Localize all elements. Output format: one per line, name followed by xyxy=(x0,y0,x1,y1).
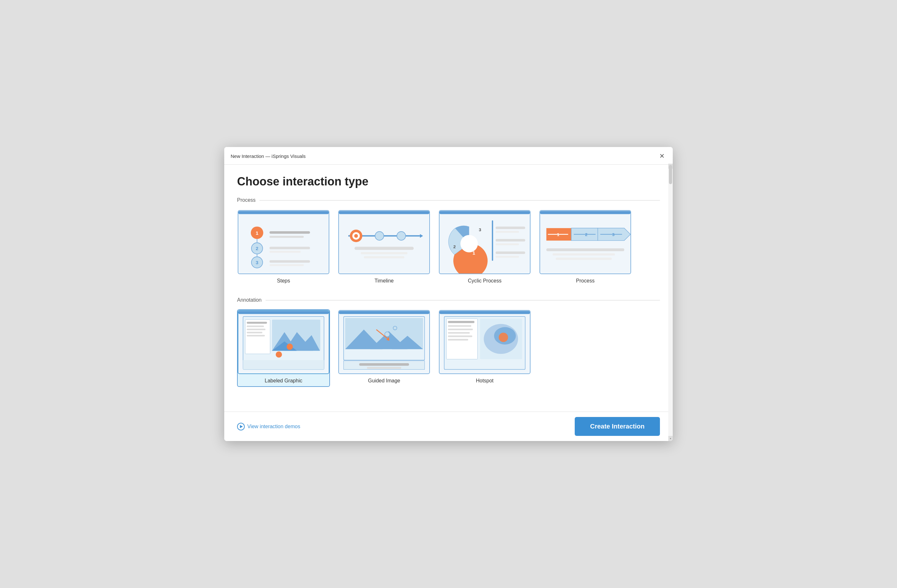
svg-rect-49 xyxy=(553,254,615,255)
svg-rect-50 xyxy=(556,258,612,260)
svg-rect-23 xyxy=(355,247,414,250)
annotation-section-label: Annotation xyxy=(237,297,262,303)
svg-rect-34 xyxy=(496,239,525,241)
svg-point-27 xyxy=(460,235,478,252)
scrollbar-track: ▴ ▾ xyxy=(668,163,673,441)
svg-rect-12 xyxy=(269,251,300,253)
card-process-thumbnail: 1 2 3 xyxy=(539,210,631,274)
svg-rect-78 xyxy=(359,363,409,366)
svg-rect-79 xyxy=(367,367,401,369)
svg-point-22 xyxy=(397,232,406,240)
svg-text:1: 1 xyxy=(473,250,475,255)
svg-point-64 xyxy=(287,344,293,350)
page-title: Choose interaction type xyxy=(237,175,660,188)
scroll-thumb[interactable] xyxy=(669,165,672,184)
card-timeline[interactable]: Timeline xyxy=(338,209,430,287)
svg-text:3: 3 xyxy=(479,228,482,232)
card-steps-thumbnail: 1 2 3 xyxy=(238,210,329,274)
svg-point-20 xyxy=(354,234,358,238)
content-area: Choose interaction type Process 1 xyxy=(224,165,673,412)
footer: View interaction demos Create Interactio… xyxy=(224,412,673,441)
svg-point-65 xyxy=(276,351,282,357)
svg-rect-15 xyxy=(339,211,429,214)
card-labeled-graphic[interactable]: Labeled Graphic xyxy=(237,309,330,387)
card-cyclic-process[interactable]: 3 2 1 Cyclic Process xyxy=(438,209,531,287)
svg-rect-48 xyxy=(546,248,624,251)
card-labeled-graphic-thumbnail xyxy=(238,310,329,374)
svg-text:3: 3 xyxy=(256,260,258,265)
scroll-arrow-down[interactable]: ▾ xyxy=(668,436,673,441)
svg-text:1: 1 xyxy=(557,232,560,237)
svg-rect-26 xyxy=(439,211,530,214)
svg-text:2: 2 xyxy=(585,232,588,237)
svg-rect-80 xyxy=(439,311,530,314)
annotation-section-header: Annotation xyxy=(237,297,660,303)
play-icon xyxy=(237,423,245,431)
svg-point-21 xyxy=(375,232,384,240)
svg-text:2: 2 xyxy=(453,244,456,249)
card-cyclic-process-label: Cyclic Process xyxy=(465,274,504,286)
svg-rect-31 xyxy=(492,220,493,261)
card-timeline-thumbnail xyxy=(338,210,430,274)
card-steps-label: Steps xyxy=(274,274,293,286)
svg-rect-86 xyxy=(448,332,470,334)
svg-point-74 xyxy=(393,326,397,330)
svg-rect-53 xyxy=(245,320,270,354)
card-guided-image-thumbnail xyxy=(338,310,430,374)
card-labeled-graphic-label: Labeled Graphic xyxy=(262,374,305,386)
svg-rect-54 xyxy=(246,322,267,324)
svg-point-73 xyxy=(385,332,390,337)
svg-rect-87 xyxy=(448,336,472,337)
process-section-line xyxy=(259,200,660,200)
title-bar: New Interaction — iSprings Visuals ✕ xyxy=(224,147,673,165)
svg-rect-36 xyxy=(496,251,525,254)
play-triangle-icon xyxy=(240,425,243,428)
svg-text:2: 2 xyxy=(256,246,258,251)
svg-rect-14 xyxy=(269,264,304,266)
svg-text:3: 3 xyxy=(612,232,615,237)
process-section-label: Process xyxy=(237,197,256,203)
svg-rect-10 xyxy=(269,236,304,238)
svg-rect-0 xyxy=(238,211,329,214)
close-button[interactable]: ✕ xyxy=(657,151,666,160)
svg-rect-25 xyxy=(364,256,404,258)
create-interaction-button[interactable]: Create Interaction xyxy=(575,417,660,436)
svg-rect-24 xyxy=(361,252,407,254)
card-guided-image-label: Guided Image xyxy=(366,374,403,386)
svg-rect-55 xyxy=(246,325,264,327)
svg-rect-83 xyxy=(448,321,475,323)
annotation-cards-grid: Labeled Graphic xyxy=(237,309,660,387)
svg-point-92 xyxy=(499,333,508,342)
card-hotspot-thumbnail xyxy=(439,310,531,374)
svg-rect-88 xyxy=(448,339,468,341)
dialog: New Interaction — iSprings Visuals ✕ Cho… xyxy=(224,147,673,441)
svg-rect-37 xyxy=(496,256,519,258)
card-hotspot[interactable]: Hotspot xyxy=(438,309,531,387)
view-demos-link[interactable]: View interaction demos xyxy=(237,423,300,431)
card-guided-image[interactable]: Guided Image xyxy=(338,309,430,387)
card-steps[interactable]: 1 2 3 xyxy=(237,209,330,287)
svg-rect-32 xyxy=(496,226,525,229)
svg-rect-38 xyxy=(540,211,631,214)
annotation-section-line xyxy=(266,300,660,301)
svg-rect-9 xyxy=(269,231,310,234)
process-section-header: Process xyxy=(237,197,660,203)
svg-rect-84 xyxy=(448,325,471,327)
process-cards-grid: 1 2 3 xyxy=(237,209,660,287)
svg-text:1: 1 xyxy=(256,230,259,236)
svg-rect-11 xyxy=(269,247,310,249)
view-demos-label: View interaction demos xyxy=(247,424,300,429)
svg-rect-13 xyxy=(269,260,310,263)
svg-rect-66 xyxy=(243,360,324,369)
svg-rect-85 xyxy=(448,328,473,330)
svg-rect-67 xyxy=(339,311,429,314)
svg-rect-51 xyxy=(238,311,329,314)
card-process[interactable]: 1 2 3 Process xyxy=(539,209,632,287)
svg-rect-35 xyxy=(496,243,519,245)
svg-rect-33 xyxy=(496,231,519,233)
svg-rect-56 xyxy=(246,328,265,330)
dialog-title: New Interaction — iSprings Visuals xyxy=(231,153,306,159)
svg-rect-58 xyxy=(246,335,265,337)
card-hotspot-label: Hotspot xyxy=(473,374,496,386)
card-process-label: Process xyxy=(574,274,597,286)
